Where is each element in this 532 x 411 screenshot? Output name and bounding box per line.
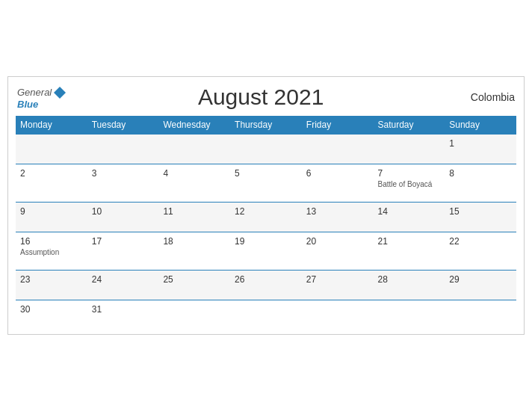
logo-general-text: General (17, 87, 52, 97)
week-row-5: 23242526272829 (16, 271, 516, 300)
day-cell (158, 300, 230, 330)
day-number: 26 (235, 274, 297, 285)
day-cell (87, 135, 159, 164)
day-number: 3 (92, 168, 155, 179)
day-cell: 17 (87, 232, 159, 271)
day-number: 18 (163, 236, 226, 247)
day-cell: 26 (230, 271, 302, 300)
weekday-thursday: Thursday (230, 116, 302, 135)
day-cell (374, 300, 445, 330)
svg-marker-0 (54, 87, 66, 99)
week-row-6: 3031 (16, 300, 516, 330)
weekday-sunday: Sunday (445, 116, 516, 135)
day-number: 6 (306, 168, 369, 179)
day-number: 15 (449, 206, 512, 217)
day-cell: 28 (374, 271, 445, 300)
day-number: 4 (163, 168, 226, 179)
country-name: Colombia (455, 91, 515, 103)
day-number: 30 (20, 304, 83, 315)
day-cell: 23 (16, 271, 87, 300)
day-cell: 15 (445, 203, 516, 232)
day-number: 24 (92, 274, 155, 285)
day-cell (302, 135, 374, 164)
weekday-header-row: MondayTuesdayWednesdayThursdayFridaySatu… (16, 116, 516, 135)
day-number: 9 (20, 206, 83, 217)
day-event: Assumption (20, 248, 83, 256)
day-cell: 24 (87, 271, 159, 300)
day-cell: 5 (230, 164, 302, 203)
day-number: 17 (92, 236, 155, 247)
day-cell: 1 (445, 135, 516, 164)
day-number: 23 (20, 274, 83, 285)
day-cell (16, 135, 87, 164)
day-number: 19 (235, 236, 297, 247)
day-cell: 19 (230, 232, 302, 271)
day-event: Battle of Boyacá (378, 180, 441, 188)
calendar-container: General Blue August 2021 Colombia Monday… (7, 76, 525, 335)
day-number: 11 (163, 206, 226, 217)
day-number: 10 (92, 206, 155, 217)
week-row-4: 16Assumption171819202122 (16, 232, 516, 271)
calendar-header: General Blue August 2021 Colombia (16, 84, 516, 110)
day-number: 12 (235, 206, 297, 217)
day-number: 29 (449, 274, 512, 285)
day-cell: 22 (445, 232, 516, 271)
day-cell: 27 (302, 271, 374, 300)
day-cell: 9 (16, 203, 87, 232)
day-cell: 25 (158, 271, 230, 300)
day-number: 7 (378, 168, 441, 179)
day-number: 31 (92, 304, 155, 315)
day-cell: 13 (302, 203, 374, 232)
weekday-saturday: Saturday (374, 116, 445, 135)
day-cell: 14 (374, 203, 445, 232)
month-title: August 2021 (66, 84, 455, 110)
week-row-3: 9101112131415 (16, 203, 516, 232)
day-cell: 8 (445, 164, 516, 203)
day-cell: 16Assumption (16, 232, 87, 271)
day-cell (445, 300, 516, 330)
day-number: 25 (163, 274, 226, 285)
day-number: 21 (378, 236, 441, 247)
day-number: 16 (20, 236, 83, 247)
day-number: 1 (449, 138, 512, 149)
day-cell: 12 (230, 203, 302, 232)
day-number: 8 (449, 168, 512, 179)
week-row-1: 1 (16, 135, 516, 164)
day-cell: 3 (87, 164, 159, 203)
day-cell: 20 (302, 232, 374, 271)
day-cell (230, 135, 302, 164)
day-number: 27 (306, 274, 369, 285)
logo-blue-text: Blue (17, 99, 38, 109)
day-cell: 7Battle of Boyacá (374, 164, 445, 203)
weekday-monday: Monday (16, 116, 87, 135)
day-number: 2 (20, 168, 83, 179)
day-number: 28 (378, 274, 441, 285)
day-number: 13 (306, 206, 369, 217)
day-number: 14 (378, 206, 441, 217)
day-cell: 2 (16, 164, 87, 203)
day-cell: 18 (158, 232, 230, 271)
week-row-2: 234567Battle of Boyacá8 (16, 164, 516, 203)
day-cell (374, 135, 445, 164)
day-cell: 30 (16, 300, 87, 330)
day-number: 22 (449, 236, 512, 247)
day-cell: 4 (158, 164, 230, 203)
day-cell: 21 (374, 232, 445, 271)
day-cell (158, 135, 230, 164)
weekday-wednesday: Wednesday (158, 116, 230, 135)
weekday-tuesday: Tuesday (87, 116, 159, 135)
day-cell: 6 (302, 164, 374, 203)
day-cell: 11 (158, 203, 230, 232)
weekday-friday: Friday (302, 116, 374, 135)
day-number: 5 (235, 168, 297, 179)
day-number: 20 (306, 236, 369, 247)
logo-flag-icon (53, 86, 66, 99)
day-cell: 10 (87, 203, 159, 232)
day-cell (302, 300, 374, 330)
day-cell (230, 300, 302, 330)
day-cell: 31 (87, 300, 159, 330)
day-cell: 29 (445, 271, 516, 300)
calendar-grid: MondayTuesdayWednesdayThursdayFridaySatu… (16, 116, 516, 330)
logo: General Blue (17, 86, 66, 109)
